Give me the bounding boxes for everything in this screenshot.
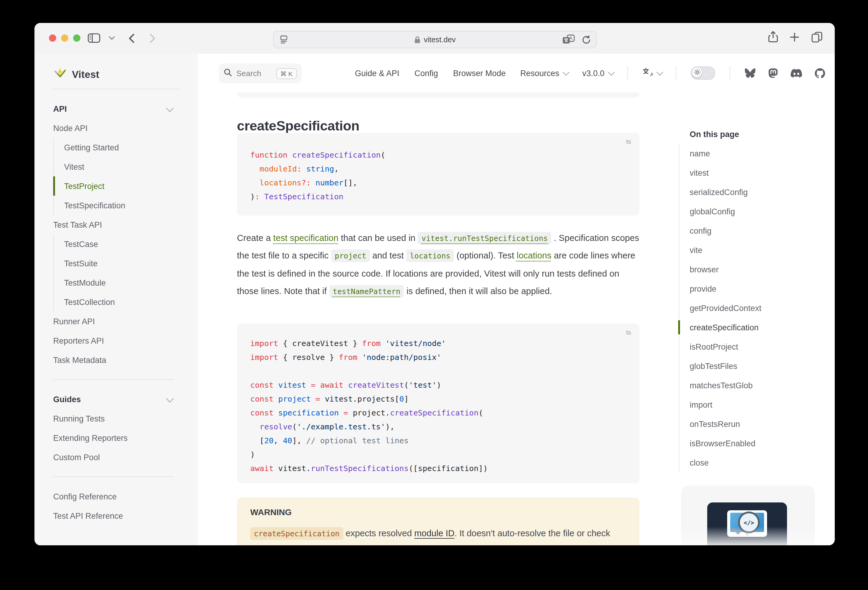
translate-icon[interactable]: A bbox=[562, 34, 576, 45]
close-window-button[interactable] bbox=[49, 34, 56, 42]
outline-list: name vitest serializedConfig globalConfi… bbox=[690, 144, 829, 472]
sidebar-item[interactable]: TestCase bbox=[53, 234, 174, 254]
doc-content: createSpecification ts function createSp… bbox=[198, 93, 835, 545]
sidebar-item[interactable]: TestCollection bbox=[53, 292, 174, 312]
back-icon[interactable] bbox=[128, 33, 135, 43]
sidebar-item[interactable]: Node API bbox=[53, 118, 174, 138]
outline-item[interactable]: isRootProject bbox=[690, 337, 829, 356]
chevron-down-icon bbox=[166, 104, 173, 112]
outline-item[interactable]: createSpecification bbox=[690, 318, 829, 337]
address-bar[interactable]: vitest.dev A bbox=[273, 31, 596, 48]
url-text[interactable]: vitest.dev bbox=[424, 35, 456, 44]
outline-item[interactable]: isBrowserEnabled bbox=[690, 434, 829, 453]
sidebar-item[interactable]: TestProject bbox=[53, 177, 174, 196]
browser-window: vitest.dev A bbox=[34, 23, 835, 545]
inline-link[interactable]: locations bbox=[517, 251, 551, 260]
chevron-down-icon bbox=[657, 69, 663, 76]
code-lang-badge: ts bbox=[626, 138, 631, 145]
nav-link[interactable]: Config bbox=[414, 69, 438, 78]
outline-item[interactable]: serializedConfig bbox=[690, 182, 829, 202]
theme-toggle[interactable] bbox=[691, 66, 715, 80]
header-divider bbox=[676, 66, 676, 80]
sidebar-item[interactable]: TestSuite bbox=[53, 254, 174, 273]
warning-text-line1: createSpecification expects resolved mod… bbox=[250, 525, 626, 543]
forward-icon[interactable] bbox=[149, 33, 156, 43]
sidebar-item[interactable]: Vitest bbox=[53, 157, 174, 177]
outline-item[interactable]: vite bbox=[690, 240, 829, 260]
sidebar-item[interactable]: Task Metadata bbox=[53, 350, 174, 369]
sidebar-item[interactable]: Running Tests bbox=[53, 409, 174, 428]
inline-link[interactable]: vitest.runTestSpecifications bbox=[418, 232, 552, 244]
code-lines: function createSpecification( moduleId: … bbox=[250, 148, 626, 203]
sidebar-item[interactable]: Test Task API bbox=[53, 215, 174, 234]
svg-text:A: A bbox=[650, 72, 653, 77]
sidebar-item[interactable]: TestSpecification bbox=[53, 196, 174, 215]
theme-sun-icon bbox=[694, 67, 700, 78]
outline-item[interactable]: onTestsRerun bbox=[690, 414, 829, 434]
sidebar-item[interactable]: Reporters API bbox=[53, 331, 174, 350]
sidebar-toggle-icon[interactable] bbox=[88, 33, 100, 43]
new-tab-icon[interactable] bbox=[790, 32, 800, 42]
sidebar-item[interactable]: Custom Pool bbox=[53, 447, 174, 467]
vitest-brand[interactable]: Vitest bbox=[53, 66, 99, 83]
brand-name: Vitest bbox=[72, 69, 99, 80]
sidebar-item[interactable]: Test API Reference bbox=[53, 506, 174, 525]
outline-item[interactable]: close bbox=[690, 453, 829, 472]
inline-link[interactable]: test specification bbox=[273, 233, 338, 243]
outline-item[interactable]: provide bbox=[690, 279, 829, 298]
outline-item[interactable]: globalConfig bbox=[690, 202, 829, 221]
inline-link[interactable]: testNamePattern bbox=[329, 285, 404, 298]
reload-icon[interactable] bbox=[582, 35, 591, 44]
lock-icon bbox=[414, 35, 421, 44]
share-icon[interactable] bbox=[768, 31, 778, 43]
language-menu[interactable]: A bbox=[642, 67, 661, 79]
outline-item[interactable]: vitest bbox=[690, 163, 829, 182]
bluesky-icon[interactable] bbox=[745, 68, 756, 78]
outline-item[interactable]: browser bbox=[690, 260, 829, 279]
outline-item[interactable]: matchesTestGlob bbox=[690, 376, 829, 395]
search-button[interactable]: Search ⌘ K bbox=[219, 63, 302, 83]
screenshot-stage: vitest.dev A bbox=[0, 0, 868, 590]
nav-link[interactable]: Browser Mode bbox=[453, 69, 506, 78]
sidebar-item[interactable]: Extending Reporters bbox=[53, 428, 174, 447]
version-menu[interactable]: v3.0.0 bbox=[582, 69, 613, 78]
code-lang-badge: ts bbox=[626, 328, 631, 336]
nav-link[interactable]: Guide & API bbox=[355, 69, 399, 78]
warning-callout: WARNING createSpecification expects reso… bbox=[237, 497, 639, 545]
window-controls bbox=[49, 34, 80, 42]
header-divider bbox=[729, 66, 730, 80]
warning-text-line2: that it exists on the file system. bbox=[250, 543, 626, 545]
page-title: createSpecification bbox=[237, 118, 359, 134]
chevron-down-icon bbox=[608, 69, 615, 76]
sidebar-item[interactable]: Runner API bbox=[53, 312, 174, 331]
sidebar-item[interactable]: TestModule bbox=[53, 273, 174, 292]
outline-item[interactable]: globTestFiles bbox=[690, 356, 829, 376]
chevron-down-icon bbox=[563, 69, 570, 76]
sidebar-item[interactable]: Config Reference bbox=[53, 487, 174, 506]
main-nav: Guide & APIConfigBrowser Mode bbox=[355, 69, 506, 78]
outline-item[interactable]: getProvidedContext bbox=[690, 298, 829, 318]
signature-code-block[interactable]: ts function createSpecification( moduleI… bbox=[237, 133, 639, 216]
sidebar-item[interactable]: Guides bbox=[53, 390, 174, 409]
mastodon-icon[interactable] bbox=[768, 68, 778, 78]
sidebar-item[interactable]: Getting Started bbox=[53, 138, 174, 157]
minimize-window-button[interactable] bbox=[61, 34, 68, 42]
example-code-block[interactable]: ts import { createVitest } from 'vitest/… bbox=[237, 324, 639, 483]
chevron-down-icon[interactable] bbox=[109, 36, 115, 40]
sponsor-card[interactable]: </> bbox=[681, 486, 815, 545]
zoom-window-button[interactable] bbox=[73, 34, 80, 42]
browser-chrome: vitest.dev A bbox=[34, 23, 835, 54]
discord-icon[interactable] bbox=[791, 69, 802, 78]
outline-item[interactable]: name bbox=[690, 144, 829, 163]
outline-item[interactable]: import bbox=[690, 395, 829, 414]
search-icon bbox=[224, 68, 232, 79]
sidebar-item[interactable] bbox=[53, 369, 174, 390]
sidebar-item[interactable] bbox=[53, 467, 174, 487]
outline-item[interactable]: config bbox=[690, 221, 829, 240]
inline-link[interactable]: module ID bbox=[414, 528, 455, 538]
on-this-page-title: On this page bbox=[690, 124, 829, 144]
github-icon[interactable] bbox=[815, 68, 825, 78]
tabs-overview-icon[interactable] bbox=[811, 31, 823, 43]
sidebar-item[interactable]: API bbox=[53, 99, 174, 118]
nav-resources-menu[interactable]: Resources bbox=[520, 69, 568, 78]
